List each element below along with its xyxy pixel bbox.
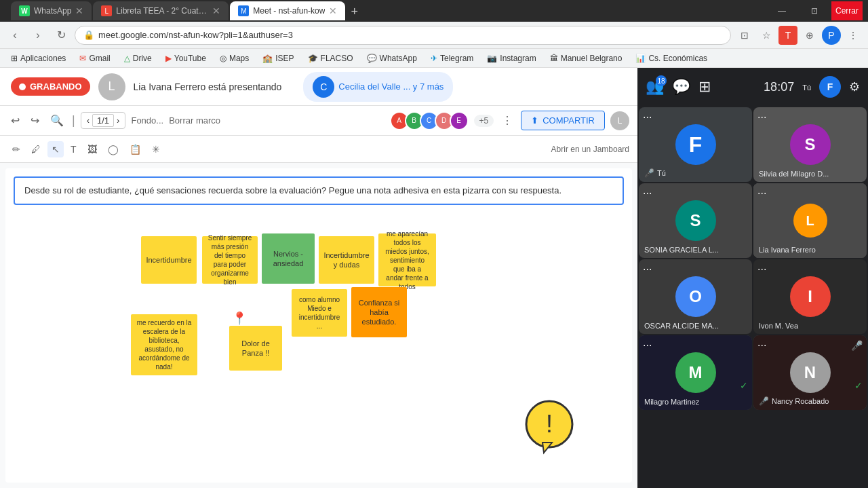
tab-strip: W WhatsApp ✕ L Libreta TEEA - 2° Cuatri … [5, 1, 368, 20]
more-dots-sonia[interactable]: ··· [643, 187, 652, 200]
prev-page-icon[interactable]: ‹ [87, 115, 90, 126]
flacso-icon: 🎓 [308, 54, 318, 63]
economicas-icon: 📊 [635, 54, 646, 63]
mute-icon-tu: 🎤 [644, 168, 654, 178]
user-avatar-top[interactable]: F [819, 76, 841, 98]
share-button[interactable]: ⬆ COMPARTIR [521, 111, 605, 130]
tab-meet[interactable]: M Meet - nst-afun-kow ✕ [230, 1, 345, 20]
laser-tool[interactable]: ✳ [148, 141, 164, 157]
address-bar[interactable]: 🔒 meet.google.com/nst-afun-kow?pli=1&aut… [75, 26, 731, 45]
cast-icon[interactable]: ⊡ [735, 26, 754, 45]
tab-whatsapp[interactable]: W WhatsApp ✕ [11, 1, 92, 20]
sticky-tool[interactable]: 📋 [125, 141, 145, 157]
bookmark-isep[interactable]: 🏫 ISEP [257, 52, 299, 64]
activities-icon-container[interactable]: ⊞ [698, 78, 711, 96]
more-options-button[interactable]: ⋮ [499, 111, 515, 130]
shapes-tool[interactable]: ◯ [104, 141, 123, 157]
bookmark-economicas[interactable]: 📊 Cs. Económicas [630, 52, 713, 64]
bookmark-whatsapp[interactable]: 💬 WhatsApp [361, 52, 422, 64]
sticky-nervios[interactable]: Nervios - ansiedad [262, 233, 315, 284]
menu-icon[interactable]: ⋮ [844, 26, 863, 45]
bookmark-youtube[interactable]: ▶ YouTube [160, 52, 212, 64]
bookmark-gmail-label: Gmail [89, 54, 110, 63]
sticky-incertidumbre[interactable]: Incertidumbre [141, 236, 197, 284]
redo-button[interactable]: ↪ [28, 111, 42, 130]
sticky-incertidumbre-dudas[interactable]: Incertidumbre y dudas [319, 236, 374, 284]
checkmark-nancy: ✓ [854, 380, 863, 391]
select-tool[interactable]: ↖ [47, 141, 64, 157]
avatar-silvia: S [790, 124, 831, 165]
settings-icon[interactable]: ⚙ [849, 79, 860, 94]
gmail-icon: ✉ [79, 54, 86, 63]
pen-tool[interactable]: ✏ [8, 141, 24, 157]
bookmark-instagram-label: Instagram [500, 54, 536, 63]
extensions-icon[interactable]: ⊕ [800, 26, 819, 45]
video-name-oscar: OSCAR ALCIDE MA... [644, 322, 747, 330]
background-tool-label[interactable]: Fondo... [131, 115, 163, 126]
maps-icon: ◎ [220, 54, 226, 63]
erase-frame-label[interactable]: Borrar marco [169, 115, 220, 126]
share-icon: ⬆ [531, 115, 538, 126]
chat-icon-container[interactable]: 💬 [672, 78, 690, 96]
text-tool[interactable]: T [66, 141, 81, 157]
bookmark-maps[interactable]: ◎ Maps [214, 52, 254, 64]
marker-tool[interactable]: 🖊 [27, 141, 45, 157]
attendees-pill[interactable]: C Cecilia del Valle ... y 7 más [303, 72, 453, 102]
video-cell-sonia: S ··· SONIA GRACIELA L... [639, 183, 752, 258]
bookmark-icon[interactable]: ☆ [757, 26, 776, 45]
sticky-escalera[interactable]: me recuerdo en la escalera de la bibliot… [131, 314, 197, 375]
bookmark-telegram[interactable]: ✈ Telegram [425, 52, 479, 64]
sticky-sentir[interactable]: Sentir siempre más presión del tiempo pa… [202, 236, 258, 284]
more-dots-oscar[interactable]: ··· [643, 263, 652, 276]
new-tab-button[interactable]: + [347, 3, 362, 20]
bookmark-belgrano-label: Manuel Belgrano [561, 54, 623, 63]
video-name-nancy: 🎤 Nancy Rocabado [759, 396, 861, 406]
image-tool[interactable]: 🖼 [83, 141, 101, 157]
back-button[interactable]: ‹ [5, 26, 24, 45]
page-navigation[interactable]: ‹ 1/1 › [81, 112, 126, 129]
avatar-ivon: I [790, 276, 831, 317]
tab-libreta-close[interactable]: ✕ [212, 5, 220, 16]
more-dots-tu[interactable]: ··· [643, 111, 652, 124]
sticky-dolor-panza[interactable]: Dolor de Panza !! [229, 326, 282, 371]
refresh-button[interactable]: ↻ [52, 26, 71, 45]
more-dots-silvia[interactable]: ··· [757, 111, 766, 124]
sticky-alumno-miedo[interactable]: como alumno Miedo e incertidumbre ... [292, 289, 347, 337]
more-dots-lia[interactable]: ··· [757, 187, 766, 200]
bookmark-flacso[interactable]: 🎓 FLACSO [302, 52, 359, 64]
video-cell-ivon: I ··· Ivon M. Vea [753, 259, 867, 334]
extension-icon[interactable]: T [778, 26, 797, 45]
video-name-milagro: Milagro Martinez [644, 398, 747, 406]
open-jamboard-label[interactable]: Abrir en un Jamboard [551, 145, 629, 154]
sticky-confianza[interactable]: Confianza si había estudiado. [351, 287, 407, 337]
bookmark-aplicaciones[interactable]: ⊞ Aplicaciones [5, 52, 71, 64]
meeting-header: GRABANDO L Lia Ivana Ferrero está presen… [0, 68, 637, 106]
sticky-miedos[interactable]: me aparecían todos los miedos juntos, se… [378, 233, 436, 286]
next-page-icon[interactable]: › [117, 115, 119, 126]
address-bar-row: ‹ › ↻ 🔒 meet.google.com/nst-afun-kow?pli… [0, 22, 868, 49]
bookmark-belgrano[interactable]: 🏛 Manuel Belgrano [545, 52, 628, 64]
bookmarks-bar: ⊞ Aplicaciones ✉ Gmail △ Drive ▶ YouTube… [0, 49, 868, 68]
profile-icon[interactable]: P [822, 26, 841, 45]
undo-button[interactable]: ↩ [8, 111, 22, 130]
maximize-button[interactable]: ⊡ [799, 1, 830, 20]
more-dots-nancy[interactable]: ··· [757, 339, 766, 352]
tab-whatsapp-close[interactable]: ✕ [75, 5, 83, 16]
main-area: GRABANDO L Lia Ivana Ferrero está presen… [0, 68, 868, 488]
tab-libreta[interactable]: L Libreta TEEA - 2° Cuatri - florenc... … [93, 1, 229, 20]
minimize-button[interactable]: — [766, 1, 797, 20]
tab-meet-close[interactable]: ✕ [329, 5, 337, 16]
bookmark-drive[interactable]: △ Drive [119, 52, 157, 64]
more-dots-ivon[interactable]: ··· [757, 263, 766, 276]
participants-icon-container[interactable]: 👥 18 [646, 78, 664, 96]
search-tool-button[interactable]: 🔍 [47, 111, 66, 130]
svg-text:!: ! [546, 410, 553, 438]
jamboard-canvas[interactable]: Desde su rol de estudiante, ¿qué sensaci… [5, 168, 632, 483]
more-dots-milagro[interactable]: ··· [643, 339, 652, 352]
forward-button[interactable]: › [28, 26, 47, 45]
bookmark-instagram[interactable]: 📷 Instagram [481, 52, 541, 64]
bookmark-gmail[interactable]: ✉ Gmail [74, 52, 115, 64]
close-button[interactable]: Cerrar [831, 1, 863, 20]
youtube-icon: ▶ [165, 54, 172, 63]
browser-title-bar: W WhatsApp ✕ L Libreta TEEA - 2° Cuatri … [0, 0, 868, 22]
